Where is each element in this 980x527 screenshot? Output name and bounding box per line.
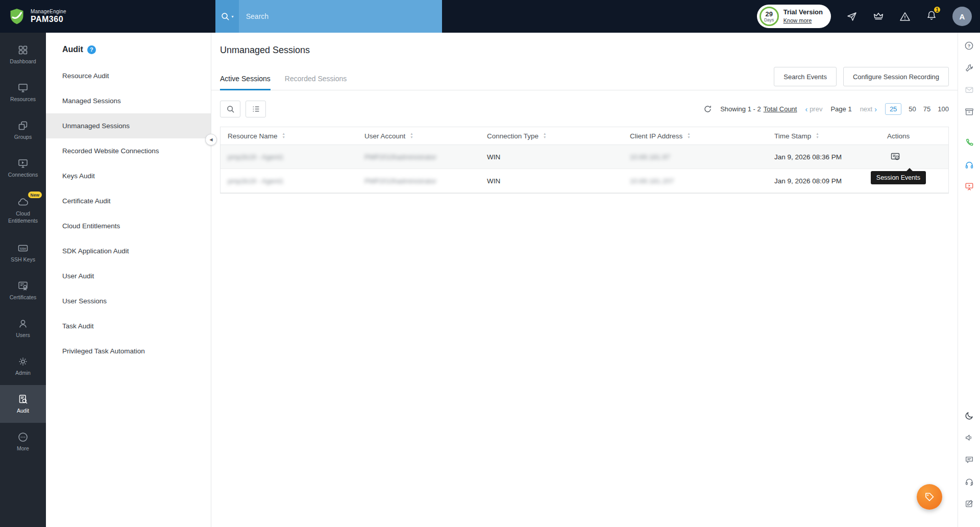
nav-ssh-keys[interactable]: SSH SSH Keys [0,234,46,272]
phone-icon[interactable] [965,138,974,147]
notifications-bell[interactable]: 1 [926,10,937,23]
mail-icon[interactable] [965,85,974,94]
sidebar-item-privileged-task-automation[interactable]: Privileged Task Automation [46,339,211,364]
dark-mode-moon-icon[interactable] [965,411,974,420]
total-count-link[interactable]: Total Count [764,105,797,113]
column-chooser-button[interactable] [246,101,266,117]
nav-audit[interactable]: Audit [0,385,46,423]
sidebar-item-recorded-website-connections[interactable]: Recorded Website Connections [46,138,211,163]
search-scope-button[interactable]: ▾ [215,0,239,33]
configure-session-recording-button[interactable]: Configure Session Recording [843,67,949,86]
page-size-75[interactable]: 75 [923,105,930,113]
help-circle-icon[interactable]: ? [964,41,974,51]
table-row: pmp2k19 - Agent1 PMP2019\administrator W… [220,145,948,169]
alerts-warning-icon[interactable] [899,11,911,22]
column-header-resource-name[interactable]: Resource Name▲▼ [220,127,357,145]
top-bar: ManageEngine PAM360 ▾ 29 Days Trial Vers… [0,0,980,33]
sort-icon: ▲▼ [282,132,285,139]
page-size-100[interactable]: 100 [938,105,949,113]
sidebar-item-label: User Audit [62,272,94,280]
session-events-button[interactable] [890,152,900,162]
trial-days-unit: Days [764,18,774,22]
send-feedback-icon[interactable] [846,11,857,22]
topbar-right: 29 Days Trial Version Know more 1 A [757,0,972,33]
tag-icon [924,491,935,502]
presentation-screen-icon[interactable] [965,182,974,191]
nav-resources[interactable]: Resources [0,74,46,111]
sidebar-collapse-button[interactable]: ◀ [205,134,217,146]
sidebar-item-label: Unmanaged Sessions [62,122,130,130]
sort-icon: ▲▼ [687,132,690,139]
column-label: Client IP Address [630,132,682,140]
column-header-user-account[interactable]: User Account▲▼ [357,127,480,145]
search-events-button[interactable]: Search Events [774,67,837,86]
sidebar-item-managed-sessions[interactable]: Managed Sessions [46,88,211,113]
compose-edit-icon[interactable] [965,499,974,508]
sort-icon: ▲▼ [543,132,546,139]
wrench-icon[interactable] [965,63,974,73]
dashboard-icon [17,44,29,56]
sidebar-item-keys-audit[interactable]: Keys Audit [46,163,211,188]
tab-active-sessions[interactable]: Active Sessions [220,75,271,90]
resource-name-cell: pmp2k19 - Agent1 [228,153,284,161]
tab-recorded-sessions[interactable]: Recorded Sessions [285,75,347,90]
user-avatar[interactable]: A [952,7,972,26]
nav-certificates[interactable]: Certificates [0,272,46,309]
sidebar-item-user-audit[interactable]: User Audit [46,264,211,289]
page-size-25[interactable]: 25 [885,103,901,115]
search-input[interactable] [239,0,442,33]
column-header-connection-type[interactable]: Connection Type▲▼ [480,127,623,145]
headphones-icon[interactable] [965,160,974,169]
chat-bubble-icon[interactable] [965,455,974,464]
sidebar-item-resource-audit[interactable]: Resource Audit [46,63,211,88]
sidebar-item-cloud-entitlements[interactable]: Cloud Entitlements [46,213,211,238]
column-label: Time Stamp [774,132,811,140]
archive-box-icon[interactable] [965,107,974,116]
megaphone-icon[interactable] [965,433,974,442]
sidebar-item-certificate-audit[interactable]: Certificate Audit [46,188,211,213]
session-tabs: Active Sessions Recorded Sessions [220,75,347,90]
sort-icon: ▲▼ [816,132,819,139]
floating-tag-button[interactable] [917,484,942,510]
sidebar-item-task-audit[interactable]: Task Audit [46,314,211,339]
resource-name-cell: pmp2k19 - Agent1 [228,177,284,185]
chevron-left-icon: ◀ [209,137,212,142]
help-icon[interactable]: ? [87,45,96,54]
showing-range: Showing 1 - 2 [720,105,761,113]
nav-connections[interactable]: Connections [0,149,46,187]
connection-type-cell: WIN [487,177,500,185]
sidebar-item-label: Resource Audit [62,72,109,80]
sidebar-item-user-sessions[interactable]: User Sessions [46,289,211,314]
trial-version-pill[interactable]: 29 Days Trial Version Know more [757,5,831,28]
sessions-table: Resource Name▲▼ User Account▲▼ Connectio… [220,127,949,194]
sidebar-item-sdk-application-audit[interactable]: SDK Application Audit [46,238,211,264]
prev-page-button[interactable]: ‹prev [805,105,822,113]
users-icon [17,318,29,329]
nav-admin[interactable]: Admin [0,347,46,385]
headset-icon[interactable] [965,477,974,486]
sidebar-item-label: Keys Audit [62,172,95,180]
admin-gear-icon [17,356,29,367]
table-search-button[interactable] [220,101,240,117]
time-stamp-cell: Jan 9, 2026 08:09 PM [774,177,842,185]
next-page-button[interactable]: next› [860,105,877,113]
know-more-link[interactable]: Know more [783,17,823,24]
sidebar-item-label: Recorded Website Connections [62,147,159,155]
column-header-time-stamp[interactable]: Time Stamp▲▼ [767,127,880,145]
sidebar-item-label: Task Audit [62,322,94,330]
nav-more[interactable]: More [0,423,46,461]
whats-new-crown-icon[interactable] [873,11,884,22]
nav-cloud-entitlements[interactable]: New Cloud Entitlements [0,187,46,234]
nav-users[interactable]: Users [0,309,46,347]
trial-version-label: Trial Version [783,8,823,17]
table-header-row: Resource Name▲▼ User Account▲▼ Connectio… [220,127,948,145]
column-header-client-ip[interactable]: Client IP Address▲▼ [623,127,767,145]
refresh-icon[interactable] [703,105,712,113]
audit-sidebar: Audit ? Resource Audit Managed Sessions … [46,33,211,527]
app-logo[interactable]: ManageEngine PAM360 [0,8,66,25]
nav-groups[interactable]: Groups [0,111,46,149]
sidebar-item-unmanaged-sessions[interactable]: Unmanaged Sessions [46,113,211,138]
page-size-50[interactable]: 50 [909,105,916,113]
trial-days-number: 29 [765,11,772,17]
nav-dashboard[interactable]: Dashboard [0,36,46,74]
